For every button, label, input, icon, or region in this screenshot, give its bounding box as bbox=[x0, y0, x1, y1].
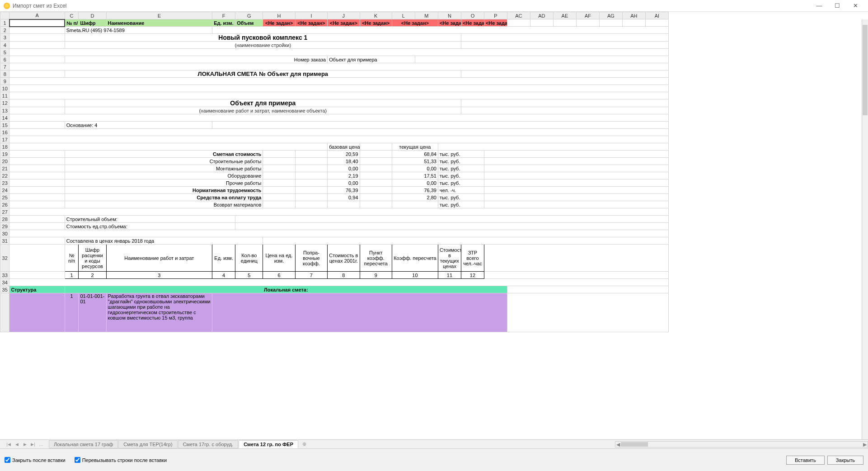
hdr-num: № п/п bbox=[65, 19, 79, 27]
row-27[interactable]: 27 bbox=[0, 208, 669, 216]
row-13[interactable]: 13(наименование работ и затрат, наименов… bbox=[0, 107, 669, 114]
tab-nav-next[interactable]: ▶ bbox=[21, 441, 29, 448]
row-33[interactable]: 33 123456789101112 bbox=[0, 272, 669, 279]
row-3[interactable]: 3Новый пусковой комплекс 1 bbox=[0, 34, 669, 42]
column-header-row: A C D E F G H I J K L M N O P AC AD AE A… bbox=[0, 12, 669, 19]
subtitle-works: (наименование работ и затрат, наименован… bbox=[65, 107, 461, 114]
col-header-P[interactable]: P bbox=[484, 12, 507, 19]
window-title: Импорт смет из Excel bbox=[13, 3, 67, 9]
horizontal-scrollbar[interactable]: ◀ ▶ bbox=[615, 441, 868, 447]
row-23[interactable]: 23Прочие работы0,000,00тыс. руб. bbox=[0, 179, 669, 187]
checkbox-recall-rows[interactable]: Перевызывать строки после вставки bbox=[75, 457, 167, 463]
row-32[interactable]: 32 № п/п Шифр расценки и коды ресурсов Н… bbox=[0, 245, 669, 272]
col-header-C[interactable]: C bbox=[65, 12, 79, 19]
row-17[interactable]: 17 bbox=[0, 136, 669, 143]
row-9[interactable]: 9 bbox=[0, 78, 669, 85]
tab-nav-first[interactable]: |◀ bbox=[5, 441, 13, 448]
col-header-AC[interactable]: AC bbox=[507, 12, 530, 19]
item-code: 01-01-001-01 bbox=[79, 293, 106, 332]
row-6[interactable]: 6Номер заказаОбъект для примера bbox=[0, 56, 669, 63]
sheet-tab-2[interactable]: Смета для ТЕР(14гр) bbox=[118, 440, 177, 448]
row-26[interactable]: 26Возврат материаловтыс. руб. bbox=[0, 201, 669, 208]
maximize-button[interactable]: ☐ bbox=[828, 1, 846, 11]
row-18[interactable]: 18базовая ценатекущая цена bbox=[0, 143, 669, 151]
add-sheet-button[interactable]: ⊕ bbox=[300, 441, 309, 448]
row-12[interactable]: 12Объект для примера bbox=[0, 99, 669, 107]
col-header-AE[interactable]: AE bbox=[553, 12, 576, 19]
row-22[interactable]: 22Оборудование2,1917,51тыс. руб. bbox=[0, 172, 669, 179]
col-header-J[interactable]: J bbox=[328, 12, 360, 19]
close-button[interactable]: ✕ bbox=[846, 1, 864, 11]
row-14[interactable]: 14 bbox=[0, 114, 669, 122]
sheet-tab-4[interactable]: Смета 12 гр. по ФЕР bbox=[239, 440, 298, 448]
col-header-D[interactable]: D bbox=[79, 12, 106, 19]
row-20[interactable]: 20Строительные работы18,4051,33тыс. руб. bbox=[0, 158, 669, 165]
row-34[interactable]: 34 bbox=[0, 279, 669, 286]
sheet-tab-1[interactable]: Локальная смета 17 граф bbox=[49, 440, 118, 448]
row-15[interactable]: 15Основание: 4 bbox=[0, 122, 669, 129]
col-header-G[interactable]: G bbox=[235, 12, 263, 19]
tab-nav-prev[interactable]: ◀ bbox=[13, 441, 21, 448]
row-35[interactable]: 35 Структура Локальная смета: bbox=[0, 286, 669, 293]
row-5[interactable]: 5 bbox=[0, 49, 669, 56]
row-28[interactable]: 28Строительный объем: bbox=[0, 216, 669, 223]
vertical-scrollbar[interactable] bbox=[862, 19, 868, 439]
col-header-L[interactable]: L bbox=[392, 12, 415, 19]
hdr-notset: <Не задан> bbox=[295, 19, 327, 27]
row-1[interactable]: 1 № п/п Шифр Наименование Ед. изм. Объем… bbox=[0, 19, 669, 27]
col-header-O[interactable]: O bbox=[461, 12, 484, 19]
col-header-A[interactable]: A bbox=[9, 12, 65, 19]
hdr-notset: <Не задан> bbox=[461, 19, 484, 27]
col-header-I[interactable]: I bbox=[295, 12, 327, 19]
row-31[interactable]: 31Составлена в ценах январь 2018 года bbox=[0, 237, 669, 245]
row-24[interactable]: 24Нормативная трудоемкость76,3976,39чел.… bbox=[0, 187, 669, 194]
row-8[interactable]: 8ЛОКАЛЬНАЯ СМЕТА № Объект для примера bbox=[0, 71, 669, 78]
col-header-AH[interactable]: AH bbox=[622, 12, 645, 19]
row-4[interactable]: 4(наименование стройки) bbox=[0, 42, 669, 49]
insert-button[interactable]: Вставить bbox=[786, 456, 825, 465]
row-11[interactable]: 11 bbox=[0, 92, 669, 99]
minimize-button[interactable]: — bbox=[810, 1, 828, 11]
tab-nav-more[interactable]: … bbox=[37, 441, 45, 448]
col-header-AD[interactable]: AD bbox=[530, 12, 553, 19]
corner-cell[interactable] bbox=[0, 12, 9, 19]
col-header-M[interactable]: M bbox=[415, 12, 438, 19]
row-16[interactable]: 16 bbox=[0, 129, 669, 136]
col-header-H[interactable]: H bbox=[263, 12, 295, 19]
col-header-N[interactable]: N bbox=[438, 12, 461, 19]
row-25[interactable]: 25Средства на оплату труда0,942,80тыс. р… bbox=[0, 194, 669, 201]
col-header-K[interactable]: K bbox=[360, 12, 392, 19]
tab-nav-last[interactable]: ▶| bbox=[29, 441, 37, 448]
app-icon bbox=[4, 3, 10, 9]
section-local-smeta: Локальная смета: bbox=[65, 286, 507, 293]
item-num: 1 bbox=[65, 293, 79, 332]
base-price-hdr: базовая цена bbox=[328, 143, 360, 151]
col-header-E[interactable]: E bbox=[106, 12, 212, 19]
row-21[interactable]: 21Монтажные работы0,000,00тыс. руб. bbox=[0, 165, 669, 172]
row-29[interactable]: 29Стоимость ед.стр.объема: bbox=[0, 223, 669, 230]
item-name: Разработка грунта в отвал экскаваторами … bbox=[106, 293, 212, 332]
row-2[interactable]: 2Smeta.RU (495) 974-1589 bbox=[0, 27, 669, 34]
spreadsheet-grid[interactable]: A C D E F G H I J K L M N O P AC AD AE A… bbox=[0, 12, 868, 439]
title-complex: Новый пусковой комплекс 1 bbox=[65, 34, 461, 42]
row-7[interactable]: 7 bbox=[0, 63, 669, 71]
checkbox-close-after-insert[interactable]: Закрыть после вставки bbox=[5, 457, 66, 463]
row-36[interactable]: 1 01-01-001-01 Разработка грунта в отвал… bbox=[0, 293, 669, 332]
titlebar: Импорт смет из Excel — ☐ ✕ bbox=[0, 0, 868, 12]
col-header-AF[interactable]: AF bbox=[576, 12, 599, 19]
col-header-AG[interactable]: AG bbox=[599, 12, 622, 19]
col-header-F[interactable]: F bbox=[212, 12, 235, 19]
close-dialog-button[interactable]: Закрыть bbox=[827, 456, 863, 465]
hdr-name: Наименование bbox=[106, 19, 212, 27]
company-cell: Smeta.RU (495) 974-1589 bbox=[65, 27, 212, 34]
sheet-tab-3[interactable]: Смета 17гр. с оборуд. bbox=[178, 440, 239, 448]
footer-bar: Закрыть после вставки Перевызывать строк… bbox=[0, 448, 868, 471]
basis: Основание: 4 bbox=[65, 122, 212, 129]
hdr-notset: <Не задан> bbox=[328, 19, 360, 27]
row-10[interactable]: 10 bbox=[0, 85, 669, 92]
col-header-AI[interactable]: AI bbox=[645, 12, 668, 19]
row-30[interactable]: 30 bbox=[0, 230, 669, 237]
order-label: Номер заказа bbox=[65, 56, 327, 63]
row-19[interactable]: 19Сметная стоимость20,5968,84тыс. руб. bbox=[0, 151, 669, 158]
prices-date: Составлена в ценах январь 2018 года bbox=[65, 237, 263, 245]
